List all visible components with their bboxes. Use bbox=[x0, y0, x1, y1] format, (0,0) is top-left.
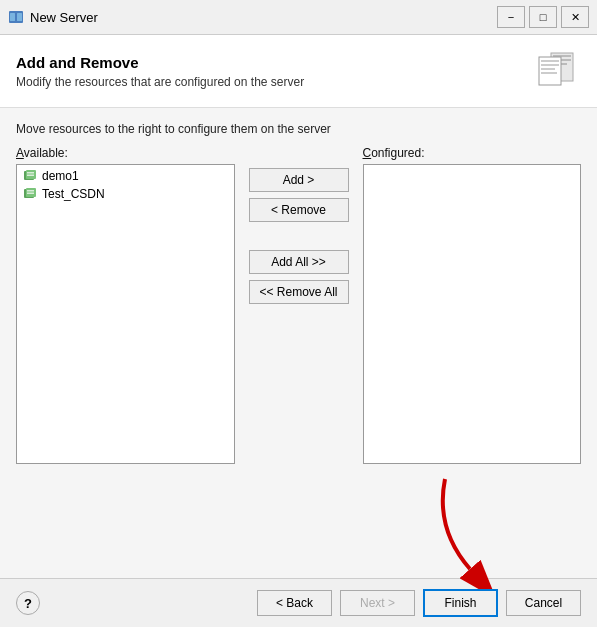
svg-rect-19 bbox=[27, 193, 34, 195]
remove-all-button[interactable]: << Remove All bbox=[249, 280, 349, 304]
available-list[interactable]: demo1 Test_CSDN bbox=[16, 164, 235, 464]
window-icon bbox=[8, 9, 24, 25]
available-list-container: Available: demo1 bbox=[16, 146, 235, 464]
next-button[interactable]: Next > bbox=[340, 590, 415, 616]
svg-rect-10 bbox=[541, 68, 555, 70]
svg-rect-8 bbox=[541, 60, 559, 62]
window-title: New Server bbox=[30, 10, 491, 25]
configured-list-container: Configured: bbox=[363, 146, 582, 464]
add-all-button[interactable]: Add All >> bbox=[249, 250, 349, 274]
svg-rect-18 bbox=[27, 190, 34, 192]
svg-rect-1 bbox=[10, 13, 15, 21]
cancel-button[interactable]: Cancel bbox=[506, 590, 581, 616]
lists-area: Available: demo1 bbox=[16, 146, 581, 564]
svg-rect-2 bbox=[17, 13, 22, 21]
svg-rect-15 bbox=[27, 175, 34, 177]
header-text: Add and Remove Modify the resources that… bbox=[16, 54, 521, 89]
svg-rect-9 bbox=[541, 64, 559, 66]
help-button[interactable]: ? bbox=[16, 591, 40, 615]
finish-button[interactable]: Finish bbox=[423, 589, 498, 617]
title-bar: New Server − □ ✕ bbox=[0, 0, 597, 35]
restore-button[interactable]: □ bbox=[529, 6, 557, 28]
close-button[interactable]: ✕ bbox=[561, 6, 589, 28]
header-section: Add and Remove Modify the resources that… bbox=[0, 35, 597, 108]
svg-rect-14 bbox=[27, 172, 34, 174]
header-title: Add and Remove bbox=[16, 54, 521, 71]
resource-icon bbox=[23, 169, 37, 183]
dialog-body: Add and Remove Modify the resources that… bbox=[0, 35, 597, 578]
list-item[interactable]: Test_CSDN bbox=[19, 185, 232, 203]
configured-list[interactable] bbox=[363, 164, 582, 464]
resource-icon bbox=[23, 187, 37, 201]
list-item[interactable]: demo1 bbox=[19, 167, 232, 185]
configured-label: Configured: bbox=[363, 146, 582, 160]
instruction-text: Move resources to the right to configure… bbox=[16, 122, 581, 136]
window-controls: − □ ✕ bbox=[497, 6, 589, 28]
back-button[interactable]: < Back bbox=[257, 590, 332, 616]
header-subtitle: Modify the resources that are configured… bbox=[16, 75, 521, 89]
content-section: Move resources to the right to configure… bbox=[0, 108, 597, 578]
minimize-button[interactable]: − bbox=[497, 6, 525, 28]
svg-rect-11 bbox=[541, 72, 557, 74]
transfer-buttons: Add > < Remove Add All >> << Remove All bbox=[235, 168, 363, 304]
remove-button[interactable]: < Remove bbox=[249, 198, 349, 222]
available-label: Available: bbox=[16, 146, 235, 160]
add-button[interactable]: Add > bbox=[249, 168, 349, 192]
footer: ? < Back Next > Finish Cancel bbox=[0, 578, 597, 627]
server-documents-icon bbox=[533, 47, 581, 95]
